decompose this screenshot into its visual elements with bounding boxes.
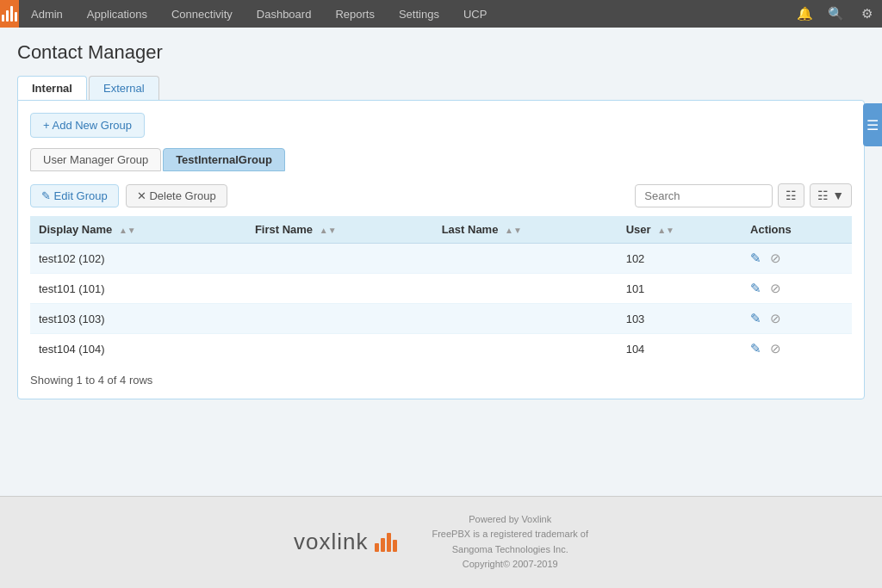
footer-powered-by: Powered by Voxlink: [432, 512, 588, 528]
footer-copyright: Copyright© 2007-2019: [432, 557, 588, 573]
cell-last-name: [433, 274, 618, 304]
table-footer-text: Showing 1 to 4 of 4 rows: [30, 374, 852, 387]
col-header-first-name: First Name ▲▼: [246, 216, 433, 244]
side-panel-toggle[interactable]: ☰: [863, 103, 882, 146]
cell-first-name: [246, 244, 433, 274]
footer-trademark: FreePBX is a registered trademark of: [432, 527, 588, 542]
page-title: Contact Manager: [17, 41, 865, 64]
sort-icon-user[interactable]: ▲▼: [657, 226, 674, 235]
toolbar-left: ✎ Edit Group ✕ Delete Group: [30, 184, 227, 207]
sort-icon-last-name[interactable]: ▲▼: [505, 226, 522, 235]
table-row: test103 (103) 103 ✎ ⊘: [30, 304, 852, 334]
tab-external[interactable]: External: [89, 76, 159, 100]
delete-group-button[interactable]: ✕ Delete Group: [126, 184, 227, 207]
col-header-last-name: Last Name ▲▼: [433, 216, 618, 244]
search-input[interactable]: [635, 184, 773, 207]
group-tabs: User Manager Group TestInternalGroup: [30, 148, 852, 171]
footer-logo: voxlink: [294, 529, 397, 555]
col-header-actions: Actions: [742, 216, 852, 244]
sort-icon-display-name[interactable]: ▲▼: [119, 226, 136, 235]
footer: voxlink Powered by Voxlink FreePBX is a …: [0, 496, 882, 588]
top-nav: Admin Applications Connectivity Dashboar…: [0, 0, 882, 28]
logo-bars: [2, 6, 17, 22]
cell-last-name: [433, 334, 618, 364]
cell-user: 101: [618, 274, 742, 304]
ban-row-icon[interactable]: ⊘: [770, 251, 781, 265]
cell-first-name: [246, 304, 433, 334]
footer-bars: [375, 533, 397, 552]
nav-item-connectivity[interactable]: Connectivity: [159, 0, 245, 28]
table-row: test104 (104) 104 ✎ ⊘: [30, 334, 852, 364]
ban-row-icon[interactable]: ⊘: [770, 311, 781, 325]
notification-icon-btn[interactable]: 🔔: [789, 0, 820, 28]
cell-actions: ✎ ⊘: [742, 334, 852, 364]
edit-row-icon[interactable]: ✎: [750, 311, 761, 325]
cell-display-name: test103 (103): [30, 304, 246, 334]
cell-display-name: test102 (102): [30, 244, 246, 274]
table-body: test102 (102) 102 ✎ ⊘ test101 (101) 101 …: [30, 244, 852, 364]
tab-test-internal-group[interactable]: TestInternalGroup: [163, 148, 285, 171]
cell-first-name: [246, 274, 433, 304]
search-icon: 🔍: [828, 6, 844, 22]
col-header-display-name: Display Name ▲▼: [30, 216, 246, 244]
list-view-icon: ☷: [786, 189, 797, 202]
edit-row-icon[interactable]: ✎: [750, 281, 761, 295]
cell-actions: ✎ ⊘: [742, 304, 852, 334]
list-view-button[interactable]: ☷: [778, 183, 804, 207]
cell-actions: ✎ ⊘: [742, 244, 852, 274]
settings-icon-btn[interactable]: ⚙: [851, 0, 882, 28]
tab-internal[interactable]: Internal: [17, 76, 87, 100]
tab-user-manager-group[interactable]: User Manager Group: [30, 148, 161, 171]
grid-view-button[interactable]: ☷ ▼: [810, 183, 852, 207]
toolbar-right: ☷ ☷ ▼: [635, 183, 852, 207]
table-row: test102 (102) 102 ✎ ⊘: [30, 244, 852, 274]
side-panel-icon: ☰: [866, 117, 879, 133]
col-header-user: User ▲▼: [618, 216, 742, 244]
nav-item-settings[interactable]: Settings: [387, 0, 451, 28]
cell-user: 102: [618, 244, 742, 274]
contacts-table: Display Name ▲▼ First Name ▲▼ Last Name …: [30, 216, 852, 363]
main-tabs: Internal External: [17, 76, 865, 100]
table-row: test101 (101) 101 ✎ ⊘: [30, 274, 852, 304]
cell-user: 103: [618, 304, 742, 334]
ban-row-icon[interactable]: ⊘: [770, 281, 781, 295]
nav-items: Admin Applications Connectivity Dashboar…: [19, 0, 789, 28]
nav-item-dashboard[interactable]: Dashboard: [245, 0, 324, 28]
cell-display-name: test101 (101): [30, 274, 246, 304]
nav-item-admin[interactable]: Admin: [19, 0, 75, 28]
toolbar-row: ✎ Edit Group ✕ Delete Group ☷ ☷ ▼: [30, 183, 852, 207]
search-icon-btn[interactable]: 🔍: [820, 0, 851, 28]
footer-logo-text: voxlink: [294, 529, 368, 555]
table-header: Display Name ▲▼ First Name ▲▼ Last Name …: [30, 216, 852, 244]
cell-user: 104: [618, 334, 742, 364]
ban-row-icon[interactable]: ⊘: [770, 341, 781, 356]
page-content: Contact Manager Internal External + Add …: [0, 28, 882, 496]
cell-last-name: [433, 244, 618, 274]
nav-right: 🔔 🔍 ⚙: [789, 0, 882, 28]
nav-item-ucp[interactable]: UCP: [451, 0, 499, 28]
grid-view-icon: ☷ ▼: [817, 189, 844, 202]
edit-row-icon[interactable]: ✎: [750, 341, 761, 356]
notification-icon: 🔔: [797, 6, 813, 22]
nav-item-applications[interactable]: Applications: [75, 0, 159, 28]
nav-item-reports[interactable]: Reports: [323, 0, 387, 28]
nav-logo: [0, 0, 19, 28]
main-card: + Add New Group User Manager Group TestI…: [17, 100, 865, 399]
cell-last-name: [433, 304, 618, 334]
cell-display-name: test104 (104): [30, 334, 246, 364]
edit-row-icon[interactable]: ✎: [750, 251, 761, 265]
gear-icon: ⚙: [861, 6, 873, 22]
sort-icon-first-name[interactable]: ▲▼: [320, 226, 337, 235]
footer-company: Sangoma Technologies Inc.: [432, 542, 588, 558]
edit-group-button[interactable]: ✎ Edit Group: [30, 184, 119, 207]
add-new-group-button[interactable]: + Add New Group: [30, 113, 145, 138]
cell-actions: ✎ ⊘: [742, 274, 852, 304]
cell-first-name: [246, 334, 433, 364]
footer-text: Powered by Voxlink FreePBX is a register…: [432, 512, 588, 573]
